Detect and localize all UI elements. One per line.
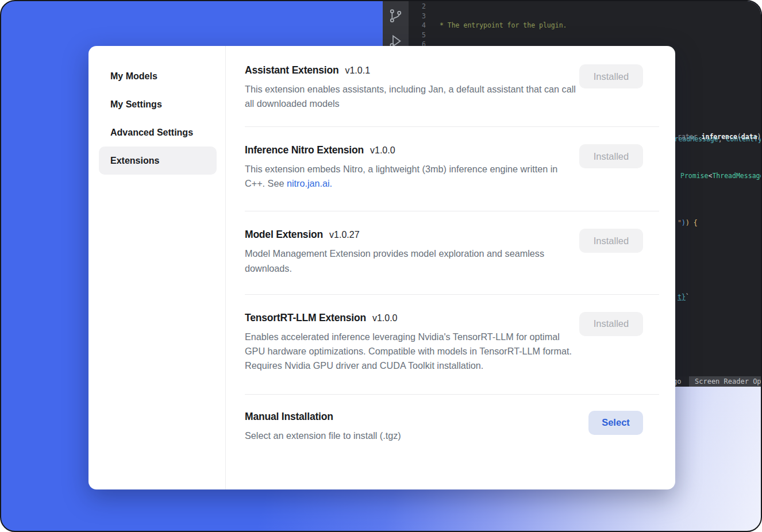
sidebar-divider [225, 46, 226, 489]
extension-version: v1.0.27 [329, 230, 359, 240]
manual-installation-title: Manual Installation [245, 411, 333, 423]
extension-name: Model Extension [245, 229, 323, 241]
sidebar-item-extensions[interactable]: Extensions [99, 147, 217, 175]
screen-reader-status[interactable]: Screen Reader Optimized [689, 376, 762, 387]
extension-version: v1.0.0 [370, 145, 395, 156]
extension-row-model: Model Extension v1.0.27 Model Management… [245, 211, 659, 294]
source-control-icon[interactable] [388, 8, 403, 24]
extension-version: v1.0.0 [372, 313, 398, 323]
line-numbers: 2 3 4 5 6 [409, 2, 426, 49]
installed-button[interactable]: Installed [579, 312, 643, 336]
extension-row-assistant: Assistant Extension v1.0.1 This extensio… [245, 46, 659, 126]
code-fragment: t}` [678, 292, 690, 302]
sidebar-item-label: Extensions [110, 156, 159, 166]
manual-installation-row: Manual Installation Select an extension … [245, 394, 659, 457]
extension-row-tensorrt: TensortRT-LLM Extension v1.0.0 Enables a… [245, 294, 659, 394]
installed-button[interactable]: Installed [579, 229, 643, 253]
nitro-jan-ai-link[interactable]: nitro.jan.ai. [287, 178, 332, 188]
extension-description: This extension enables assistants, inclu… [245, 82, 579, 111]
code-fragment: rator.inference(data)); [678, 132, 762, 142]
extension-name: TensortRT-LLM Extension [245, 312, 366, 324]
installed-button[interactable]: Installed [579, 64, 643, 88]
code-fragment: Promise<ThreadMessage> [680, 171, 762, 181]
manual-installation-description: Select an extension file to install (.tg… [245, 429, 585, 443]
extension-description: Enables accelerated inference leveraging… [245, 330, 579, 373]
installed-button[interactable]: Installed [579, 144, 643, 168]
settings-sidebar: My Models My Settings Advanced Settings … [88, 46, 225, 489]
extension-name: Assistant Extension [245, 64, 338, 76]
extension-row-nitro: Inference Nitro Extension v1.0.0 This ex… [245, 126, 659, 211]
extensions-list: Assistant Extension v1.0.1 This extensio… [245, 46, 659, 489]
code-fragment: ")) { [678, 218, 698, 228]
sidebar-item-label: My Models [110, 71, 157, 82]
extension-description: Model Management Extension provides mode… [245, 246, 579, 275]
settings-card: My Models My Settings Advanced Settings … [88, 46, 675, 489]
sidebar-item-my-models[interactable]: My Models [88, 62, 225, 90]
extension-version: v1.0.1 [345, 65, 370, 76]
sidebar-item-label: Advanced Settings [110, 128, 193, 138]
extension-description: This extension embeds Nitro, a lightweig… [245, 162, 579, 191]
sidebar-item-my-settings[interactable]: My Settings [88, 90, 225, 118]
sidebar-item-label: My Settings [110, 99, 162, 110]
extension-name: Inference Nitro Extension [245, 144, 364, 156]
app-window: 2 3 4 5 6 * The entrypoint for the plugi… [0, 0, 762, 532]
select-file-button[interactable]: Select [588, 411, 643, 435]
sidebar-item-advanced-settings[interactable]: Advanced Settings [88, 118, 225, 147]
code-line: * The entrypoint for the plugin. [436, 21, 762, 30]
